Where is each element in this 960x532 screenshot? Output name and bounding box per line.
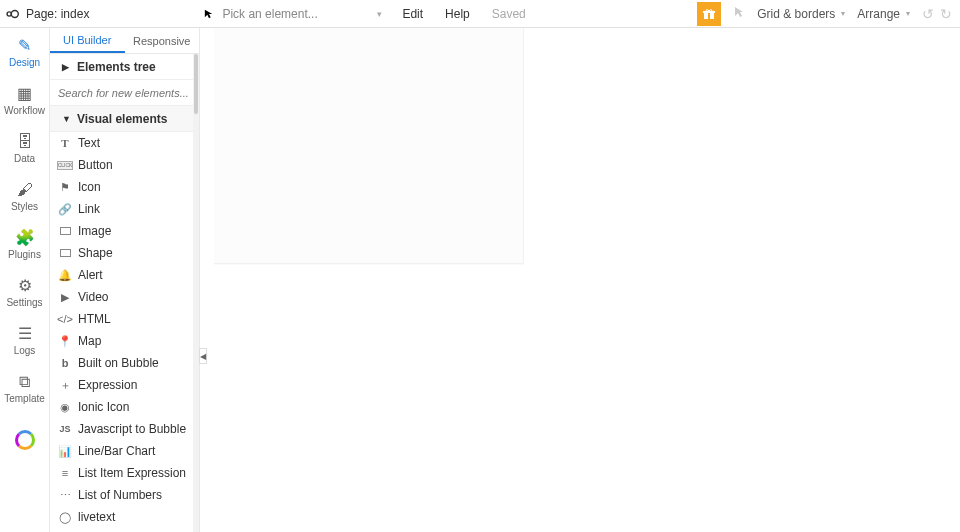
template-icon: ⧉ xyxy=(19,373,30,391)
element-picker-dropdown[interactable]: Pick an element... ▾ xyxy=(222,7,382,21)
element-item[interactable]: gMaterial Icon xyxy=(50,528,199,532)
list-icon: ≡ xyxy=(58,466,72,480)
nav-plugins-label: Plugins xyxy=(8,249,41,260)
element-item-label: Video xyxy=(78,290,108,304)
arrange-dropdown[interactable]: Arrange ▾ xyxy=(857,7,910,21)
search-elements-input[interactable] xyxy=(50,80,199,105)
element-item-label: Ionic Icon xyxy=(78,400,129,414)
element-item[interactable]: JSJavascript to Bubble xyxy=(50,418,199,440)
nav-settings-label: Settings xyxy=(6,297,42,308)
element-item[interactable]: CLICKButton xyxy=(50,154,199,176)
svg-rect-4 xyxy=(703,11,715,13)
nav-design[interactable]: ✎ Design xyxy=(0,28,49,76)
element-item-label: Alert xyxy=(78,268,103,282)
element-item[interactable]: 📍Map xyxy=(50,330,199,352)
element-item[interactable]: ⋯List of Numbers xyxy=(50,484,199,506)
cursor-pointer-icon xyxy=(204,9,214,19)
element-item[interactable]: Image xyxy=(50,220,199,242)
element-item[interactable]: 📊Line/Bar Chart xyxy=(50,440,199,462)
box-icon xyxy=(58,246,72,260)
nav-design-label: Design xyxy=(9,57,40,68)
svg-point-1 xyxy=(11,10,18,17)
nav-workflow[interactable]: ▦ Workflow xyxy=(0,76,49,124)
element-item-label: Button xyxy=(78,158,113,172)
chevron-down-icon: ▾ xyxy=(841,9,845,18)
undo-button[interactable]: ↺ xyxy=(922,6,934,22)
picker-placeholder: Pick an element... xyxy=(222,7,317,21)
element-item[interactable]: 🔗Link xyxy=(50,198,199,220)
text-icon: T xyxy=(58,136,72,150)
element-item[interactable]: bBuilt on Bubble xyxy=(50,352,199,374)
grid-borders-label: Grid & borders xyxy=(757,7,835,21)
nav-data[interactable]: 🗄 Data xyxy=(0,124,49,172)
element-item-label: Line/Bar Chart xyxy=(78,444,155,458)
data-icon: 🗄 xyxy=(17,133,33,151)
element-item[interactable]: </>HTML xyxy=(50,308,199,330)
tab-responsive[interactable]: Responsive xyxy=(125,28,200,53)
element-item[interactable]: ≡List Item Expression xyxy=(50,462,199,484)
b-icon: b xyxy=(58,356,72,370)
saved-status: Saved xyxy=(492,7,526,21)
design-icon: ✎ xyxy=(18,36,31,55)
ring-icon xyxy=(15,430,35,450)
nav-plugins[interactable]: 🧩 Plugins xyxy=(0,220,49,268)
element-item-label: Link xyxy=(78,202,100,216)
nav-template[interactable]: ⧉ Template xyxy=(0,364,49,412)
element-item[interactable]: ◯livetext xyxy=(50,506,199,528)
nav-styles[interactable]: 🖌 Styles xyxy=(0,172,49,220)
plus-icon: ＋ xyxy=(58,378,72,392)
circ-icon: ◯ xyxy=(58,510,72,524)
visual-elements-header[interactable]: ▼ Visual elements xyxy=(50,106,199,132)
element-item-label: Icon xyxy=(78,180,101,194)
select-tool-icon[interactable] xyxy=(733,6,745,21)
nav-color-ring[interactable] xyxy=(0,416,49,464)
element-item[interactable]: ⚑Icon xyxy=(50,176,199,198)
box-icon xyxy=(58,224,72,238)
element-item[interactable]: TText xyxy=(50,132,199,154)
visual-elements-label: Visual elements xyxy=(77,112,168,126)
workflow-icon: ▦ xyxy=(17,84,32,103)
chevron-down-icon: ▼ xyxy=(62,114,71,124)
element-item[interactable]: 🔔Alert xyxy=(50,264,199,286)
panel-scrollbar[interactable] xyxy=(193,54,199,532)
element-item-label: HTML xyxy=(78,312,111,326)
element-item[interactable]: ▶Video xyxy=(50,286,199,308)
element-item-label: Text xyxy=(78,136,100,150)
flag-icon: ⚑ xyxy=(58,180,72,194)
dots-icon: ⋯ xyxy=(58,488,72,502)
collapse-panel-handle[interactable]: ◀ xyxy=(199,348,207,364)
arrange-label: Arrange xyxy=(857,7,900,21)
nav-logs[interactable]: ☰ Logs xyxy=(0,316,49,364)
canvas-page-shadow xyxy=(214,28,524,264)
nav-logs-label: Logs xyxy=(14,345,36,356)
element-item[interactable]: Shape xyxy=(50,242,199,264)
elements-tree-toggle[interactable]: ▶ Elements tree xyxy=(50,54,199,80)
canvas-area[interactable]: ◀ xyxy=(200,28,960,532)
nav-styles-label: Styles xyxy=(11,201,38,212)
element-item-label: Javascript to Bubble xyxy=(78,422,186,436)
tab-ui-builder[interactable]: UI Builder xyxy=(50,28,125,53)
chart-icon: 📊 xyxy=(58,444,72,458)
scrollbar-thumb[interactable] xyxy=(194,54,198,114)
element-item-label: Map xyxy=(78,334,101,348)
help-menu[interactable]: Help xyxy=(445,7,470,21)
element-item-label: Image xyxy=(78,224,111,238)
plugins-icon: 🧩 xyxy=(15,228,35,247)
nav-template-label: Template xyxy=(4,393,45,404)
app-logo[interactable] xyxy=(0,0,24,28)
chevron-down-icon: ▾ xyxy=(906,9,910,18)
logs-icon: ☰ xyxy=(18,324,32,343)
nav-settings[interactable]: ⚙ Settings xyxy=(0,268,49,316)
element-item[interactable]: ＋Expression xyxy=(50,374,199,396)
gift-icon[interactable] xyxy=(697,2,721,26)
element-item[interactable]: ◉Ionic Icon xyxy=(50,396,199,418)
nav-workflow-label: Workflow xyxy=(4,105,45,116)
grid-borders-dropdown[interactable]: Grid & borders ▾ xyxy=(757,7,845,21)
link-icon: 🔗 xyxy=(58,202,72,216)
edit-menu[interactable]: Edit xyxy=(402,7,423,21)
video-icon: ▶ xyxy=(58,290,72,304)
chevron-down-icon: ▾ xyxy=(377,9,382,19)
page-label: Page: index xyxy=(26,7,89,21)
redo-button[interactable]: ↻ xyxy=(940,6,952,22)
click-icon: CLICK xyxy=(58,158,72,172)
